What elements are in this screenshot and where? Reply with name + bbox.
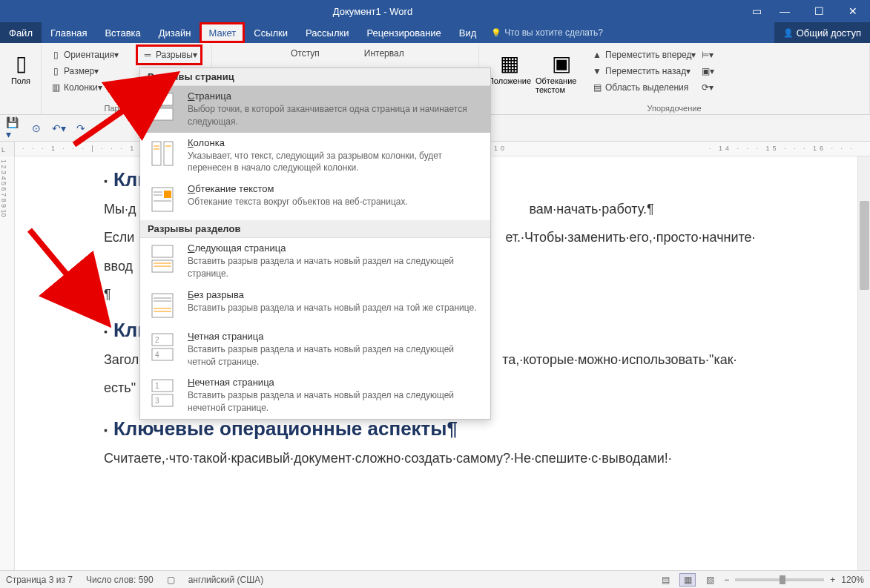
save-button[interactable]: 💾▾: [6, 120, 22, 136]
tab-mailings[interactable]: Рассылки: [297, 22, 357, 43]
minimize-icon[interactable]: —: [768, 0, 802, 22]
vertical-scrollbar[interactable]: [857, 156, 870, 574]
dropdown-section-section-breaks: Разрывы разделов: [140, 220, 490, 238]
read-mode-button[interactable]: ▤: [657, 573, 673, 587]
zoom-in-button[interactable]: +: [830, 575, 835, 585]
qat-accessibility-button[interactable]: ⊙: [28, 120, 45, 136]
continuous-break-icon: [148, 289, 177, 322]
tab-layout[interactable]: Макет: [200, 22, 245, 43]
rotate-button[interactable]: ⟳▾: [699, 79, 716, 96]
position-icon: ▦: [500, 50, 519, 76]
svg-rect-16: [152, 294, 173, 317]
dropdown-item-text-wrapping[interactable]: Обтекание текстомОбтекание текста вокруг…: [140, 179, 490, 220]
odd-page-break-icon: 13: [148, 377, 177, 409]
tell-me-search[interactable]: Что вы хотите сделать?: [491, 22, 603, 43]
svg-rect-12: [152, 245, 173, 257]
even-page-break-icon: 24: [148, 331, 177, 363]
group-button[interactable]: ▣▾: [699, 63, 716, 79]
status-bar: Страница 3 из 7 Число слов: 590 ▢ англий…: [0, 570, 870, 588]
titlebar: Документ1 - Word ▭ — ☐ ✕: [0, 0, 870, 22]
align-button[interactable]: ⊨▾: [699, 47, 716, 63]
tab-home[interactable]: Главная: [42, 22, 96, 43]
dropdown-item-next-page[interactable]: Следующая страницаВставить разрыв раздел…: [140, 238, 490, 285]
page-number-status[interactable]: Страница 3 из 7: [6, 575, 73, 585]
zoom-slider[interactable]: [735, 578, 824, 581]
selection-pane-button[interactable]: ▤Область выделения: [587, 79, 699, 96]
dropdown-item-continuous[interactable]: Без разрываВставить разрыв раздела и нач…: [140, 285, 490, 326]
orientation-icon: ▯: [49, 50, 62, 60]
margins-label: Поля: [11, 76, 30, 85]
tab-design[interactable]: Дизайн: [150, 22, 200, 43]
send-backward-button[interactable]: ▼Переместить назад ▾: [587, 63, 699, 79]
position-button[interactable]: ▦Положение: [484, 47, 535, 96]
maximize-icon[interactable]: ☐: [802, 0, 836, 22]
text-wrap-break-icon: [148, 183, 177, 216]
margins-button[interactable]: ▯ Поля: [4, 47, 37, 85]
share-button[interactable]: Общий доступ: [774, 22, 870, 43]
breaks-icon: ═: [141, 50, 154, 60]
close-icon[interactable]: ✕: [836, 0, 870, 22]
margins-icon: ▯: [16, 50, 27, 76]
tab-review[interactable]: Рецензирование: [357, 22, 449, 43]
wrap-icon: ▣: [552, 50, 571, 76]
dropdown-item-odd-page[interactable]: 13 Нечетная страницаВставить разрыв разд…: [140, 372, 490, 419]
web-layout-button[interactable]: ▧: [702, 573, 718, 587]
svg-text:4: 4: [155, 351, 159, 359]
interval-label: Интервал: [364, 48, 404, 59]
arrange-group-label: Упорядочение: [479, 104, 869, 113]
print-layout-button[interactable]: ▦: [679, 573, 696, 587]
svg-text:3: 3: [155, 397, 159, 405]
breaks-button[interactable]: ═Разрывы ▾: [138, 47, 200, 63]
wrap-text-button[interactable]: ▣Обтекание текстом: [535, 47, 587, 96]
svg-text:2: 2: [155, 336, 159, 344]
backward-icon: ▼: [590, 66, 604, 76]
next-page-break-icon: [148, 242, 177, 275]
ribbon-tabs: Файл Главная Вставка Дизайн Макет Ссылки…: [0, 22, 870, 43]
dropdown-item-even-page[interactable]: 24 Четная страницаВставить разрыв раздел…: [140, 326, 490, 373]
tab-file[interactable]: Файл: [0, 22, 42, 43]
language-status[interactable]: английский (США): [188, 575, 263, 585]
tab-references[interactable]: Ссылки: [245, 22, 297, 43]
ruler-corner: L: [0, 145, 7, 155]
selection-icon: ▤: [590, 82, 604, 93]
tab-insert[interactable]: Вставка: [96, 22, 149, 43]
svg-line-29: [74, 78, 171, 145]
svg-rect-8: [164, 191, 171, 198]
forward-icon: ▲: [590, 50, 604, 60]
bring-forward-button[interactable]: ▲Переместить вперед ▾: [587, 47, 699, 63]
vertical-ruler[interactable]: 1 2 3 4 5 6 7 8 9 10: [0, 156, 15, 574]
svg-line-30: [30, 230, 104, 319]
indent-label: Отступ: [291, 48, 320, 59]
annotation-arrow-2: [22, 215, 126, 337]
scrollbar-thumb[interactable]: [860, 201, 869, 290]
proofing-icon[interactable]: ▢: [167, 575, 175, 585]
svg-text:1: 1: [155, 382, 159, 390]
zoom-level[interactable]: 120%: [841, 575, 864, 585]
ribbon-display-options-icon[interactable]: ▭: [745, 0, 768, 22]
tab-view[interactable]: Вид: [450, 22, 486, 43]
document-title: Документ1 - Word: [0, 6, 745, 17]
zoom-out-button[interactable]: −: [724, 575, 729, 585]
word-count-status[interactable]: Число слов: 590: [86, 575, 154, 585]
annotation-arrow-1: [59, 63, 193, 155]
